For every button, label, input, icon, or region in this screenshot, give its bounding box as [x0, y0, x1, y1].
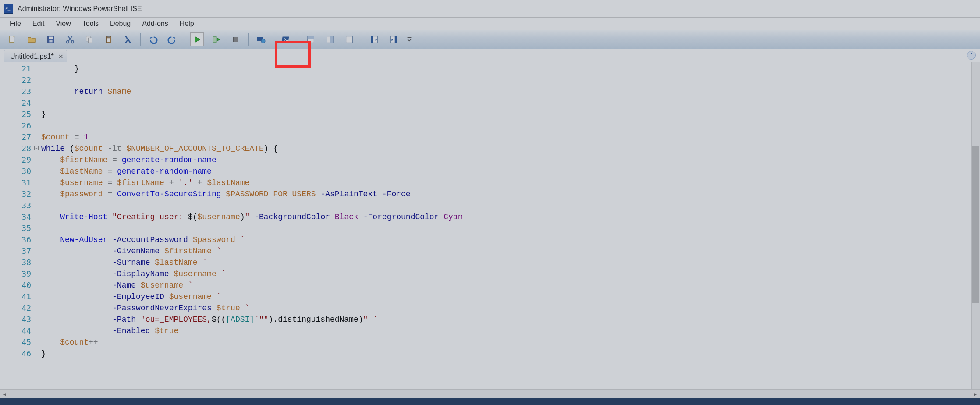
- run-script-icon[interactable]: [190, 32, 204, 46]
- toolbar-separator: [362, 33, 362, 46]
- powershell-icon[interactable]: [279, 32, 293, 46]
- tool-bar: [0, 30, 980, 49]
- svg-marker-14: [217, 38, 220, 41]
- scroll-right-icon[interactable]: ►: [972, 390, 980, 398]
- line-number: 25: [0, 109, 34, 120]
- line-number: 45: [0, 337, 34, 348]
- line-number: 38: [0, 257, 34, 268]
- line-number: 27: [0, 131, 34, 143]
- code-line[interactable]: $username = $fisrtName + '.' + $lastName: [41, 177, 980, 188]
- fold-toggle-icon[interactable]: −: [34, 146, 39, 150]
- code-line[interactable]: [41, 120, 980, 131]
- code-folding-column[interactable]: −: [34, 62, 41, 398]
- svg-marker-12: [195, 37, 200, 43]
- code-line[interactable]: [41, 223, 980, 234]
- code-line[interactable]: -Surname $lastName `: [41, 257, 980, 268]
- line-number: 39: [0, 268, 34, 280]
- line-number: 44: [0, 325, 34, 337]
- line-number: 30: [0, 166, 34, 177]
- code-line[interactable]: -GivenName $firstName `: [41, 245, 980, 257]
- code-line[interactable]: $fisrtName = generate-random-name: [41, 154, 980, 166]
- svg-rect-15: [234, 37, 238, 42]
- code-line[interactable]: return $name: [41, 86, 980, 97]
- line-number: 32: [0, 188, 34, 200]
- svg-rect-22: [346, 36, 353, 43]
- line-number-gutter: 2122232425262728293031323334353637383940…: [0, 62, 34, 398]
- stop-icon[interactable]: [229, 32, 243, 46]
- code-line[interactable]: -DisplayName $username `: [41, 268, 980, 280]
- code-line[interactable]: $count = 1: [41, 131, 980, 143]
- run-selection-icon[interactable]: [209, 32, 224, 46]
- show-max-icon[interactable]: [342, 32, 356, 46]
- line-number: 35: [0, 223, 34, 234]
- svg-point-5: [67, 41, 69, 43]
- save-icon[interactable]: [44, 32, 58, 46]
- svg-rect-21: [330, 36, 333, 43]
- menu-edit[interactable]: Edit: [27, 18, 50, 29]
- menu-add-ons[interactable]: Add-ons: [137, 18, 174, 29]
- show-top-icon[interactable]: [304, 32, 318, 46]
- toolbar-overflow-icon[interactable]: [406, 32, 413, 46]
- menu-bar: FileEditViewToolsDebugAdd-onsHelp: [0, 18, 980, 30]
- svg-rect-13: [213, 37, 216, 43]
- powershell-app-icon: [4, 4, 13, 14]
- code-editor[interactable]: } return $name}$count = 1while ($count -…: [41, 62, 980, 398]
- line-number: 34: [0, 211, 34, 223]
- line-number: 37: [0, 245, 34, 257]
- menu-help[interactable]: Help: [174, 18, 199, 29]
- code-line[interactable]: [41, 75, 980, 86]
- code-line[interactable]: -PasswordNeverExpires $true `: [41, 302, 980, 314]
- editor-pane[interactable]: 2122232425262728293031323334353637383940…: [0, 62, 980, 398]
- toolbar-separator: [298, 33, 298, 46]
- copy-icon[interactable]: [82, 32, 96, 46]
- menu-tools[interactable]: Tools: [77, 18, 104, 29]
- code-line[interactable]: }: [41, 348, 980, 359]
- undo-icon[interactable]: [146, 32, 160, 46]
- code-line[interactable]: New-AdUser -AccountPassword $password `: [41, 234, 980, 245]
- vertical-scrollbar-thumb[interactable]: [972, 146, 979, 303]
- editor-tab[interactable]: Untitled1.ps1* ✕: [4, 50, 67, 62]
- clear-icon[interactable]: [121, 32, 135, 46]
- svg-point-6: [71, 41, 74, 43]
- paste-icon[interactable]: [102, 32, 116, 46]
- svg-rect-8: [88, 38, 92, 43]
- menu-file[interactable]: File: [4, 18, 26, 29]
- code-line[interactable]: $lastName = generate-random-name: [41, 166, 980, 177]
- new-file-icon[interactable]: [5, 32, 19, 46]
- code-line[interactable]: }: [41, 63, 980, 75]
- show-right-icon[interactable]: [323, 32, 337, 46]
- code-line[interactable]: Write-Host "Creating user: $($username)"…: [41, 211, 980, 223]
- code-line[interactable]: while ($count -lt $NUMBER_OF_ACCOUNTS_TO…: [41, 143, 980, 154]
- line-number: 43: [0, 314, 34, 325]
- cut-icon[interactable]: [63, 32, 77, 46]
- code-line[interactable]: [41, 200, 980, 211]
- redo-icon[interactable]: [165, 32, 179, 46]
- svg-rect-11: [107, 38, 110, 42]
- scroll-left-icon[interactable]: ◄: [0, 390, 8, 398]
- code-line[interactable]: -Path "ou=_EMPLOYEES,$(([ADSI]`"").disti…: [41, 314, 980, 325]
- collapse-script-pane-icon[interactable]: ˄: [967, 51, 976, 60]
- menu-view[interactable]: View: [50, 18, 76, 29]
- tab-title: Untitled1.ps1*: [10, 53, 54, 60]
- window-title: Administrator: Windows PowerShell ISE: [18, 5, 142, 13]
- code-line[interactable]: $count++: [41, 337, 980, 348]
- close-icon[interactable]: ✕: [58, 53, 64, 60]
- code-line[interactable]: }: [41, 109, 980, 120]
- code-line[interactable]: $password = ConvertTo-SecureString $PASS…: [41, 188, 980, 200]
- show-command-icon[interactable]: [367, 32, 381, 46]
- remote-powershell-icon[interactable]: [254, 32, 268, 46]
- code-line[interactable]: -Name $username `: [41, 280, 980, 291]
- code-line[interactable]: [41, 97, 980, 109]
- line-number: 26: [0, 120, 34, 131]
- show-command-addon-icon[interactable]: [387, 32, 401, 46]
- horizontal-scrollbar[interactable]: ◄ ►: [0, 389, 980, 398]
- line-number: 22: [0, 75, 34, 86]
- menu-debug[interactable]: Debug: [105, 18, 136, 29]
- open-file-icon[interactable]: [25, 32, 39, 46]
- code-line[interactable]: -Enabled $true: [41, 325, 980, 337]
- code-line[interactable]: -EmployeeID $username `: [41, 291, 980, 302]
- svg-rect-27: [395, 36, 397, 43]
- line-number: 33: [0, 200, 34, 211]
- line-number: 41: [0, 291, 34, 302]
- vertical-scrollbar[interactable]: [971, 62, 980, 398]
